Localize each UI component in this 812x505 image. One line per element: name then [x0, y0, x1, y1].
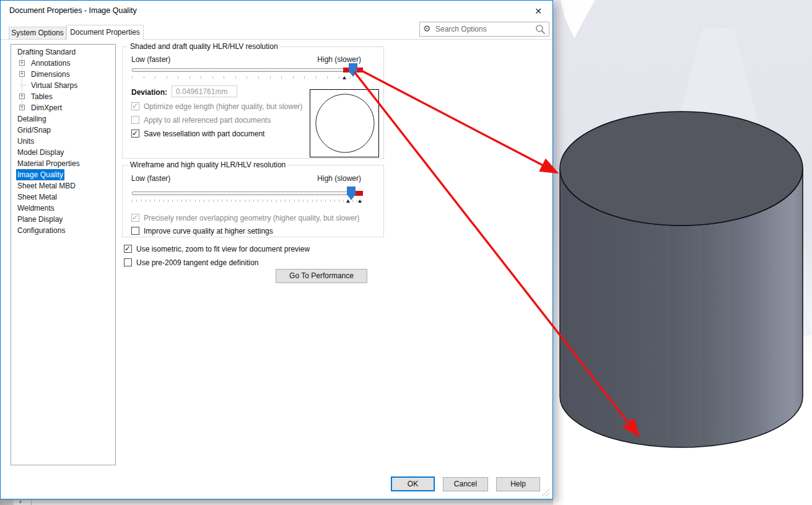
tree-item-image-quality[interactable]: Image Quality	[11, 169, 115, 180]
expand-icon[interactable]: +	[19, 60, 25, 66]
close-icon[interactable]: ✕	[530, 4, 546, 19]
tree-item-weldments[interactable]: Weldments	[11, 203, 115, 214]
apply-referenced-docs-checkbox	[131, 116, 139, 124]
tessellation-preview	[310, 89, 379, 157]
graphics-viewport[interactable]	[553, 0, 812, 505]
tree-item-detailing[interactable]: Detailing	[11, 113, 115, 125]
optimize-edge-length-checkbox: ✓	[131, 102, 139, 110]
tree-item-plane-display[interactable]: Plane Display	[11, 214, 115, 225]
tree-item-model-display[interactable]: Model Display	[11, 147, 115, 158]
use-isometric-checkbox[interactable]: ✓	[124, 245, 132, 253]
tab-system-options[interactable]: System Options	[9, 27, 66, 40]
tree-item-dimxpert[interactable]: +DimXpert	[11, 102, 115, 113]
deviation-label: Deviation:	[131, 88, 167, 97]
cylinder-top-face	[560, 112, 803, 226]
dialog-title-bar: Document Properties - Image Quality ✕	[1, 1, 552, 20]
tree-item-configurations[interactable]: Configurations	[11, 225, 115, 236]
expand-icon[interactable]: +	[19, 105, 25, 110]
help-button[interactable]: Help	[496, 477, 540, 491]
save-tessellation-checkbox[interactable]: ✓	[131, 130, 139, 138]
ok-button[interactable]: OK	[391, 476, 435, 491]
settings-tree: Drafting Standard +Annotations +Dimensio…	[11, 44, 116, 465]
bottom-bar-corner	[0, 499, 14, 505]
dialog-title: Document Properties - Image Quality	[9, 6, 137, 15]
shaded-quality-group: Shaded and draft quality HLR/HLV resolut…	[122, 46, 384, 159]
low-faster-label: Low (faster)	[131, 55, 170, 64]
shaded-quality-slider-track[interactable]	[132, 68, 362, 72]
tree-item-tables[interactable]: +Tables	[11, 91, 115, 102]
cylinder-model	[553, 0, 812, 505]
deviation-field[interactable]	[172, 86, 237, 97]
wireframe-quality-group: Wireframe and high quality HLR/HLV resol…	[122, 165, 384, 237]
tree-item-annotations[interactable]: +Annotations	[11, 58, 115, 69]
cancel-button[interactable]: Cancel	[443, 477, 488, 491]
search-options-box[interactable]: ⚙	[419, 22, 549, 37]
low-faster-label: Low (faster)	[131, 174, 170, 183]
tab-document-properties[interactable]: Document Properties	[66, 25, 144, 40]
tree-item-dimensions[interactable]: +Dimensions	[11, 69, 115, 80]
tree-item-drafting-standard[interactable]: Drafting Standard	[11, 46, 115, 58]
group-title: Wireframe and high quality HLR/HLV resol…	[128, 160, 288, 169]
precisely-render-checkbox: ✓	[131, 214, 139, 222]
slider-detent-marker	[343, 76, 346, 79]
slider-detent-marker	[346, 200, 350, 203]
high-slower-label: High (slower)	[317, 174, 361, 183]
high-slower-label: High (slower)	[317, 55, 361, 64]
expand-icon[interactable]: +	[19, 71, 25, 77]
shaded-quality-slider-thumb[interactable]	[349, 63, 357, 77]
bottom-bar-divider	[31, 499, 32, 505]
slider-tick-marks	[132, 76, 362, 79]
resize-grip[interactable]	[541, 488, 549, 496]
improve-curve-quality-checkbox[interactable]	[131, 227, 139, 235]
tree-item-units[interactable]: Units	[11, 136, 115, 147]
search-icon	[535, 24, 546, 35]
search-input[interactable]	[435, 23, 528, 35]
tree-item-material-properties[interactable]: Material Properties	[11, 158, 115, 169]
slider-detent-marker	[358, 200, 362, 203]
gear-icon: ⚙	[423, 24, 431, 33]
tree-item-sheet-metal[interactable]: Sheet Metal	[11, 191, 115, 203]
background-highlight	[561, 0, 595, 38]
tree-item-sheet-metal-mbd[interactable]: Sheet Metal MBD	[11, 180, 115, 191]
wireframe-quality-slider-track[interactable]	[132, 191, 362, 195]
tessellation-circle	[310, 90, 378, 157]
document-properties-dialog: Document Properties - Image Quality ✕ Sy…	[0, 0, 553, 499]
group-title: Shaded and draft quality HLR/HLV resolut…	[128, 42, 281, 51]
app-bottom-bar: ›	[0, 499, 553, 505]
tree-item-virtual-sharps[interactable]: Virtual Sharps	[11, 80, 115, 91]
go-to-performance-button[interactable]: Go To Performance	[276, 269, 367, 283]
slider-tick-marks	[132, 200, 362, 203]
expand-icon[interactable]: +	[19, 94, 25, 99]
tree-item-grid-snap[interactable]: Grid/Snap	[11, 125, 115, 136]
pre-2009-tangent-checkbox[interactable]	[124, 258, 132, 266]
wireframe-quality-slider-thumb[interactable]	[347, 187, 356, 200]
